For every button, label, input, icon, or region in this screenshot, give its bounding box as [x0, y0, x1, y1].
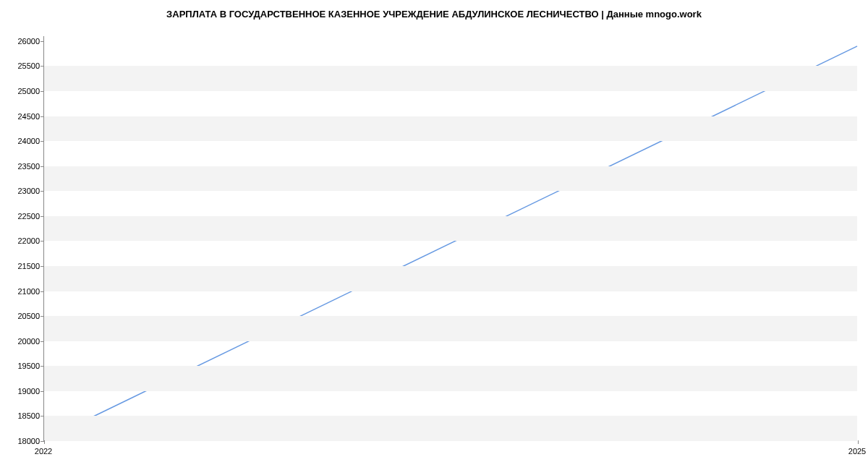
plot-area [43, 36, 857, 441]
y-tick-mark [41, 41, 44, 42]
y-tick-label: 21000 [4, 287, 40, 296]
y-tick-mark [41, 366, 44, 367]
y-tick-mark [41, 141, 44, 142]
grid-band [44, 316, 857, 341]
y-tick-label: 24000 [4, 137, 40, 145]
y-tick-mark [41, 391, 44, 392]
y-tick-label: 19500 [4, 362, 40, 370]
y-tick-label: 22000 [4, 236, 40, 245]
grid-band [44, 116, 857, 142]
y-tick-label: 20500 [4, 312, 40, 320]
y-tick-label: 25000 [4, 87, 40, 95]
chart-title: ЗАРПЛАТА В ГОСУДАРСТВЕННОЕ КАЗЕННОЕ УЧРЕ… [0, 9, 868, 20]
y-tick-label: 20000 [4, 337, 40, 346]
grid-band [44, 66, 857, 91]
y-tick-mark [41, 66, 44, 67]
y-tick-label: 18500 [4, 411, 40, 420]
y-tick-mark [41, 416, 44, 416]
y-tick-label: 18000 [4, 437, 40, 445]
y-tick-label: 24500 [4, 112, 40, 121]
y-tick-mark [41, 266, 44, 267]
y-tick-mark [41, 191, 44, 192]
grid-band [44, 166, 857, 192]
y-tick-mark [41, 91, 44, 92]
grid-band [44, 266, 857, 291]
y-tick-label: 22500 [4, 212, 40, 221]
x-tick-mark [858, 440, 859, 444]
grid-band [44, 416, 857, 441]
y-tick-label: 25500 [4, 61, 40, 70]
y-tick-mark [41, 316, 44, 317]
y-tick-label: 23000 [4, 187, 40, 195]
grid-band [44, 366, 857, 391]
y-tick-mark [41, 341, 44, 342]
y-tick-mark [41, 216, 44, 217]
y-tick-label: 26000 [4, 37, 40, 46]
y-tick-mark [41, 166, 44, 167]
y-tick-mark [41, 241, 44, 242]
x-tick-mark [44, 440, 45, 444]
y-tick-label: 21500 [4, 262, 40, 270]
x-tick-label: 2022 [35, 447, 52, 456]
y-tick-mark [41, 116, 44, 117]
y-tick-mark [41, 291, 44, 292]
y-tick-label: 23500 [4, 162, 40, 171]
y-tick-label: 19000 [4, 387, 40, 396]
x-tick-label: 2025 [848, 447, 866, 456]
grid-band [44, 216, 857, 242]
chart-container: ЗАРПЛАТА В ГОСУДАРСТВЕННОЕ КАЗЕННОЕ УЧРЕ… [0, 0, 868, 470]
